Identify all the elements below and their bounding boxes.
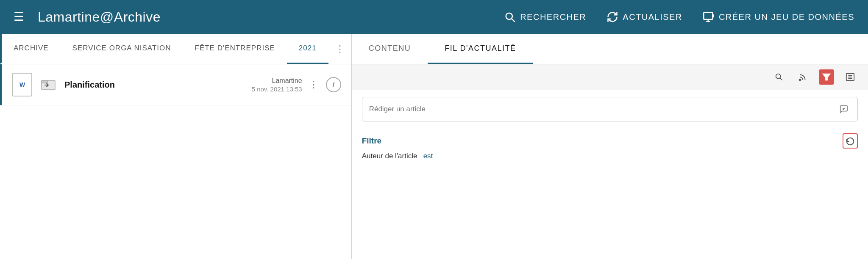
- speech-bubble-icon: [839, 105, 849, 114]
- svg-rect-8: [42, 80, 47, 83]
- topbar-actions: RECHERCHER ACTUALISER CRÉER UN JEU DE DO…: [504, 11, 854, 23]
- tab-fil-actualite[interactable]: FIL D'ACTUALITÉ: [428, 34, 533, 64]
- table-row: W Planification Lamartine 5 nov. 2021 13…: [0, 64, 351, 105]
- menu-icon[interactable]: ☰: [14, 11, 24, 23]
- tab-service-organisation[interactable]: SERVICE ORGA NISATION: [61, 34, 183, 64]
- topbar: ☰ Lamartine@Archive RECHERCHER ACTUALISE…: [0, 0, 868, 34]
- breadcrumb: ARCHIVE SERVICE ORGA NISATION FÊTE D'ENT…: [0, 34, 351, 64]
- file-type-icon: W: [12, 73, 32, 96]
- search-icon: [774, 72, 784, 82]
- breadcrumb-more-button[interactable]: ⋮: [328, 34, 351, 64]
- article-input-row: [362, 97, 858, 121]
- app-title: Lamartine@Archive: [38, 9, 504, 25]
- toolbar-search-button[interactable]: [771, 69, 787, 85]
- toolbar-rss-button[interactable]: [795, 69, 810, 85]
- file-more-button[interactable]: ⋮: [309, 79, 319, 90]
- svg-line-1: [512, 19, 515, 22]
- svg-rect-2: [704, 13, 712, 19]
- main-layout: ARCHIVE SERVICE ORGA NISATION FÊTE D'ENT…: [0, 34, 868, 259]
- tab-2021[interactable]: 2021: [287, 34, 328, 64]
- rechercher-label: RECHERCHER: [520, 12, 586, 22]
- filter-meta-verb[interactable]: est: [423, 152, 433, 160]
- dataset-icon: [703, 11, 715, 23]
- right-panel: CONTENU FIL D'ACTUALITÉ: [352, 34, 868, 259]
- file-name: Planification: [64, 80, 245, 90]
- tab-contenu[interactable]: CONTENU: [352, 34, 428, 64]
- filter-section: Filtre Auteur de l'article est: [352, 127, 868, 164]
- left-panel: ARCHIVE SERVICE ORGA NISATION FÊTE D'ENT…: [0, 34, 352, 259]
- svg-marker-12: [823, 74, 830, 80]
- file-meta: Lamartine 5 nov. 2021 13:53: [252, 77, 302, 93]
- toolbar-list-button[interactable]: [843, 69, 858, 85]
- article-send-button[interactable]: [837, 102, 851, 116]
- article-input[interactable]: [369, 105, 837, 113]
- svg-point-9: [776, 74, 781, 79]
- rss-icon: [798, 72, 807, 82]
- creer-label: CRÉER UN JEU DE DONNÉES: [719, 12, 854, 22]
- svg-point-11: [799, 79, 801, 81]
- right-toolbar: [352, 64, 868, 90]
- filter-meta-label: Auteur de l'article: [362, 152, 417, 160]
- search-icon: [504, 11, 516, 23]
- filter-reset-button[interactable]: [843, 133, 858, 149]
- svg-line-10: [780, 78, 782, 80]
- word-badge: W: [19, 81, 25, 88]
- refresh-icon: [606, 11, 618, 23]
- file-author: Lamartine: [272, 77, 302, 85]
- filter-title: Filtre: [362, 136, 381, 146]
- creer-button[interactable]: CRÉER UN JEU DE DONNÉES: [703, 11, 854, 23]
- list-icon: [846, 72, 855, 82]
- file-info-button[interactable]: i: [326, 77, 341, 92]
- file-row-actions: ⋮ i: [309, 77, 341, 92]
- tab-archive[interactable]: ARCHIVE: [0, 34, 61, 64]
- svg-point-0: [506, 13, 512, 19]
- filter-meta: Auteur de l'article est: [362, 152, 858, 160]
- filter-icon: [822, 72, 831, 82]
- toolbar-filter-button[interactable]: [819, 69, 834, 85]
- tab-fete-entreprise[interactable]: FÊTE D'ENTREPRISE: [183, 34, 287, 64]
- file-date: 5 nov. 2021 13:53: [252, 85, 302, 93]
- actualiser-button[interactable]: ACTUALISER: [606, 11, 682, 23]
- file-list: W Planification Lamartine 5 nov. 2021 13…: [0, 64, 351, 259]
- actualiser-label: ACTUALISER: [623, 12, 682, 22]
- rechercher-button[interactable]: RECHERCHER: [504, 11, 586, 23]
- undo-icon: [846, 136, 855, 146]
- folder-arrow-icon: [39, 75, 58, 94]
- filter-row: Filtre: [362, 133, 858, 149]
- right-tabs: CONTENU FIL D'ACTUALITÉ: [352, 34, 868, 64]
